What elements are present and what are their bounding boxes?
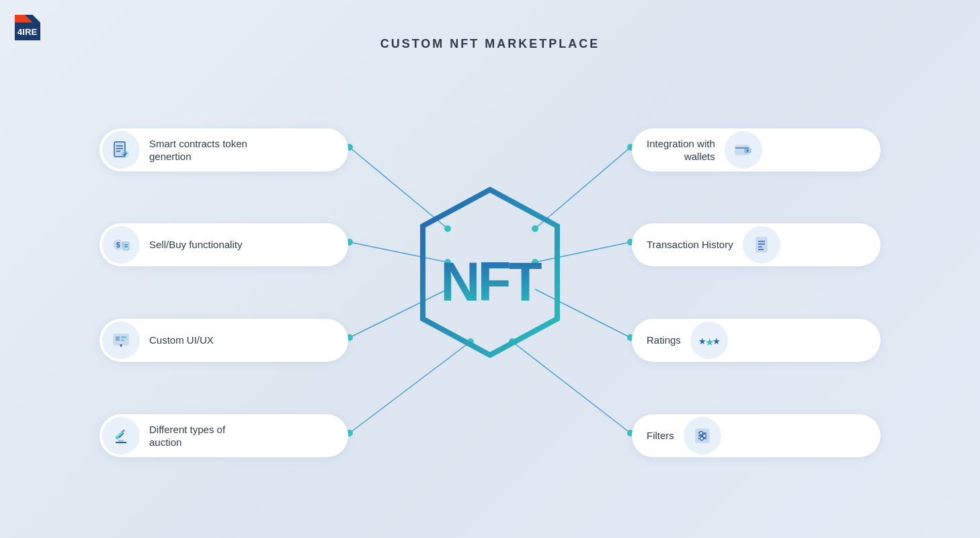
pill-auction: Different types ofauction [99, 414, 348, 457]
svg-text:4IRE: 4IRE [17, 27, 38, 37]
filters-icon [684, 417, 721, 455]
pill-filters: Filters [632, 414, 881, 457]
custom-ui-icon [102, 321, 140, 359]
custom-ui-label: Custom UI/UX [140, 334, 226, 347]
sell-buy-icon: $ [102, 226, 140, 264]
svg-point-65 [702, 434, 706, 438]
auction-icon [102, 417, 140, 455]
svg-rect-39 [116, 336, 120, 341]
svg-point-67 [700, 437, 703, 440]
smart-contracts-label: Smart contracts tokengenertion [140, 137, 259, 163]
pill-custom-ui: Custom UI/UX [99, 319, 348, 362]
filters-label: Filters [632, 429, 684, 443]
svg-point-51 [746, 150, 748, 152]
auction-label: Different types ofauction [140, 423, 237, 449]
pill-wallets: Integration withwallets [632, 128, 881, 171]
svg-text:NFT: NFT [440, 251, 542, 312]
nft-hexagon: NFT [416, 187, 564, 358]
pill-smart-contracts: Smart contracts tokengenertion [99, 128, 348, 171]
svg-rect-40 [121, 336, 126, 338]
pill-sell-buy: $ Sell/Buy functionality [99, 223, 348, 266]
svg-rect-35 [123, 242, 129, 250]
ratings-icon: ★ ★ ★ [690, 321, 728, 359]
svg-rect-41 [121, 340, 124, 341]
sell-buy-label: Sell/Buy functionality [140, 238, 254, 252]
svg-rect-46 [115, 432, 123, 440]
wallets-icon [725, 131, 762, 169]
transaction-label: Transaction History [632, 238, 743, 252]
ratings-label: Ratings [632, 334, 690, 347]
pill-transaction: Transaction History [632, 223, 881, 266]
svg-point-63 [699, 432, 702, 435]
wallets-label: Integration withwallets [632, 137, 725, 163]
smart-contracts-icon [102, 131, 140, 169]
transaction-icon [743, 226, 780, 264]
pill-ratings: Ratings ★ ★ ★ [632, 319, 881, 362]
svg-text:$: $ [116, 241, 120, 249]
svg-rect-45 [118, 440, 124, 443]
svg-text:★: ★ [712, 336, 720, 346]
page-title: CUSTOM NFT MARKETPLACE [0, 37, 980, 51]
